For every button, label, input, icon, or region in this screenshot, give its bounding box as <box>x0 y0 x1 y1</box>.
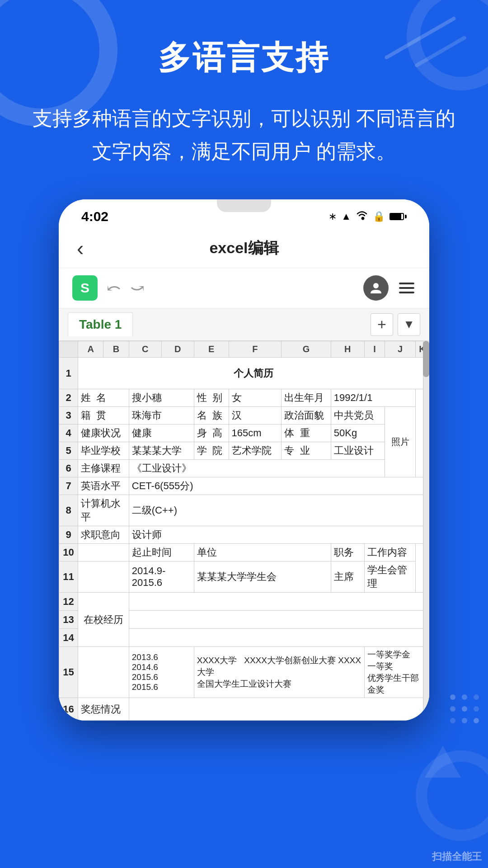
table-row: 7 英语水平 CET-6(555分) <box>59 477 429 495</box>
table-row: 3 籍 贯 珠海市 名 族 汉 政治面貌 中共党员 照片 <box>59 407 429 425</box>
cell-work-header-0[interactable] <box>78 544 129 561</box>
cell-health-label[interactable]: 健康状况 <box>78 425 129 442</box>
phone-notch <box>217 199 271 212</box>
table-row: 1 个人简历 <box>59 358 429 389</box>
row-num-13: 13 <box>59 611 78 629</box>
cell-gender-label[interactable]: 性 别 <box>194 389 229 407</box>
cell-job-value[interactable]: 设计师 <box>129 526 429 544</box>
cell-rewards-value[interactable] <box>129 698 429 721</box>
cell-hometown-label[interactable]: 籍 贯 <box>78 407 129 425</box>
cell-courses-value[interactable]: 《工业设计》 <box>129 460 415 477</box>
cell-rewards-label[interactable]: 奖惩情况 <box>78 698 129 721</box>
main-content: 多语言支持 支持多种语言的文字识别，可以识别 不同语言的文字内容，满足不同用户 … <box>0 0 488 721</box>
cell-weight-label[interactable]: 体 重 <box>282 425 331 442</box>
row-num-16: 16 <box>59 698 78 721</box>
table-row: 9 求职意向 设计师 <box>59 526 429 544</box>
col-header-i: I <box>364 341 385 358</box>
col-header-j: J <box>385 341 416 358</box>
back-button[interactable]: ‹ <box>77 236 84 260</box>
cell-ethnicity-label[interactable]: 名 族 <box>194 407 229 425</box>
add-sheet-button[interactable]: + <box>371 313 393 336</box>
cell-birthday-label[interactable]: 出生年月 <box>282 389 331 407</box>
menu-button[interactable] <box>398 283 416 293</box>
cell-work-r1-content[interactable]: 学生会管理 <box>364 561 415 593</box>
cell-work-header-3[interactable]: 职务 <box>331 544 364 561</box>
cell-work-r1-org[interactable]: 某某某大学学生会 <box>194 561 331 593</box>
toolbar: S ⤺ ⤻ <box>59 268 429 308</box>
row-num-7: 7 <box>59 477 78 495</box>
table-row: 2 姓 名 搜小穗 性 别 女 出生年月 1992/1/1 <box>59 389 429 407</box>
row-num-10: 10 <box>59 544 78 561</box>
table-row: 12 在校经历 <box>59 593 429 611</box>
cell-award-r1-0[interactable] <box>78 647 129 698</box>
cell-computer-label[interactable]: 计算机水平 <box>78 495 129 526</box>
sheet-tab-bar: Table 1 + ▼ <box>59 308 429 341</box>
row-num-12: 12 <box>59 593 78 611</box>
scrollbar-track[interactable] <box>423 341 429 721</box>
cell-work-r1-date[interactable]: 2014.9-2015.6 <box>129 561 194 593</box>
cell-health-value[interactable]: 健康 <box>129 425 194 442</box>
cell-job-label[interactable]: 求职意向 <box>78 526 129 544</box>
cell-work-r1-title[interactable]: 主席 <box>331 561 364 593</box>
cell-english-label[interactable]: 英语水平 <box>78 477 129 495</box>
cell-name-value[interactable]: 搜小穗 <box>129 389 194 407</box>
cell-computer-value[interactable]: 二级(C++) <box>129 495 429 526</box>
battery-icon <box>389 213 407 220</box>
cell-work-header-2[interactable]: 单位 <box>194 544 331 561</box>
cell-politics-value[interactable]: 中共党员 <box>331 407 385 425</box>
phone-time: 4:02 <box>81 209 108 224</box>
app-title: excel编辑 <box>209 238 278 259</box>
cell-height-value[interactable]: 165cm <box>229 425 282 442</box>
cell-major-label[interactable]: 专 业 <box>282 442 331 460</box>
cell-weight-value[interactable]: 50Kg <box>331 425 385 442</box>
table-row: 16 奖惩情况 <box>59 698 429 721</box>
sheet-arrow-button[interactable]: ▼ <box>398 313 420 336</box>
cell-height-label[interactable]: 身 高 <box>194 425 229 442</box>
cell-politics-label[interactable]: 政治面貌 <box>282 407 331 425</box>
cell-school-exp-label[interactable]: 在校经历 <box>78 593 129 647</box>
cell-name-label[interactable]: 姓 名 <box>78 389 129 407</box>
cell-title[interactable]: 个人简历 <box>78 358 429 389</box>
cell-dept-label[interactable]: 学 院 <box>194 442 229 460</box>
cell-courses-label[interactable]: 主修课程 <box>78 460 129 477</box>
bg-triangle <box>425 746 461 778</box>
cell-school-label[interactable]: 毕业学校 <box>78 442 129 460</box>
table-row: 11 2014.9-2015.6 某某某大学学生会 主席 学生会管理 <box>59 561 429 593</box>
row-num-15: 15 <box>59 647 78 698</box>
cell-work-header-1[interactable]: 起止时间 <box>129 544 194 561</box>
active-sheet-tab[interactable]: Table 1 <box>68 312 133 336</box>
cell-award-r1-date[interactable]: 2013.6 2014.6 2015.6 2015.6 <box>129 647 194 698</box>
cell-empty-13[interactable] <box>129 611 429 629</box>
main-title: 多语言支持 <box>158 36 330 80</box>
cell-english-value[interactable]: CET-6(555分) <box>129 477 429 495</box>
cell-school-value[interactable]: 某某某大学 <box>129 442 194 460</box>
col-header-d: D <box>161 341 194 358</box>
user-avatar[interactable] <box>363 275 389 301</box>
row-num-1: 1 <box>59 358 78 389</box>
cell-work-r1-0[interactable] <box>78 561 129 593</box>
cell-gender-value[interactable]: 女 <box>229 389 282 407</box>
cell-major-value[interactable]: 工业设计 <box>331 442 385 460</box>
scrollbar-thumb[interactable] <box>423 341 429 377</box>
bluetooth-icon: ∗ <box>328 211 337 222</box>
cell-award-r1-content[interactable]: 一等奖学金 一等奖 优秀学生干部 金奖 <box>364 647 429 698</box>
table-row: 8 计算机水平 二级(C++) <box>59 495 429 526</box>
cell-ethnicity-value[interactable]: 汉 <box>229 407 282 425</box>
undo-button[interactable]: ⤺ <box>107 278 121 298</box>
column-header-row: A B C D E F G H I J K <box>59 341 429 358</box>
table-row: 10 起止时间 单位 职务 工作内容 <box>59 544 429 561</box>
col-header-f: F <box>229 341 282 358</box>
cell-work-header-4[interactable]: 工作内容 <box>364 544 415 561</box>
bg-circle-br <box>416 750 488 841</box>
spreadsheet: A B C D E F G H I J K <box>59 341 429 721</box>
row-num-5: 5 <box>59 442 78 460</box>
row-num-14: 14 <box>59 629 78 647</box>
redo-button[interactable]: ⤻ <box>130 278 145 298</box>
cell-award-r1-org[interactable]: XXXX大学 XXXX大学创新创业大赛 XXXX大学 全国大学生工业设计大赛 <box>194 647 364 698</box>
cell-birthday-value[interactable]: 1992/1/1 <box>331 389 415 407</box>
cell-hometown-value[interactable]: 珠海市 <box>129 407 194 425</box>
cell-empty-12[interactable] <box>129 593 429 611</box>
cell-empty-14[interactable] <box>129 629 429 647</box>
cell-dept-value[interactable]: 艺术学院 <box>229 442 282 460</box>
phone-mockup: 4:02 ∗ ▲ 🔒 <box>59 199 429 721</box>
